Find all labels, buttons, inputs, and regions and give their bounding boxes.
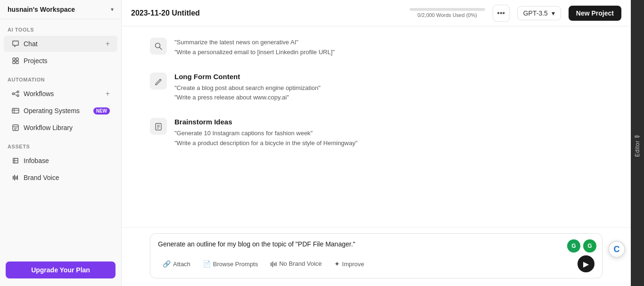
suggestion-brainstorm: Brainstorm Ideas "Generate 10 Instagram … <box>150 118 603 148</box>
brand-voice-label: Brand Voice <box>24 174 110 181</box>
workflows-icon <box>11 90 20 98</box>
search-suggestion-content: "Summarize the latest news on generative… <box>174 38 603 57</box>
words-used-container: 0/2,000 Words Used (0%) <box>410 8 485 18</box>
chat-icon <box>11 40 20 48</box>
svg-line-23 <box>160 48 162 50</box>
svg-line-8 <box>14 94 17 96</box>
svg-rect-21 <box>17 175 18 180</box>
words-progress-bar <box>410 8 485 11</box>
browse-prompts-button[interactable]: 📄 Browse Prompts <box>198 258 263 270</box>
svg-point-5 <box>17 91 19 93</box>
input-icon-group: G G <box>567 239 596 253</box>
sidebar: husnain's Workspace ▾ AI Tools Chat + Pr… <box>0 0 122 286</box>
svg-line-7 <box>14 92 17 94</box>
svg-rect-30 <box>272 261 273 267</box>
workspace-name: husnain's Workspace <box>8 6 75 13</box>
main-content: 2023-11-20 Untitled 0/2,000 Words Used (… <box>122 0 631 286</box>
projects-label: Projects <box>24 57 110 65</box>
brand-voice-button[interactable]: No Brand Voice <box>265 258 326 270</box>
long-form-content: Long Form Content "Create a blog post ab… <box>174 73 603 103</box>
brand-voice-input-icon <box>270 260 277 268</box>
new-project-button[interactable]: New Project <box>569 6 621 21</box>
input-toolbar: 🔗 Attach 📄 Browse Prompts <box>158 255 594 272</box>
sidebar-item-workflow-library[interactable]: Workflow Library <box>4 120 117 136</box>
browse-prompts-icon: 📄 <box>203 260 211 268</box>
svg-rect-12 <box>13 125 18 131</box>
sidebar-item-chat[interactable]: Chat + <box>4 36 117 52</box>
long-form-icon <box>150 73 167 90</box>
no-brand-voice-label: No Brand Voice <box>279 260 322 267</box>
grammarly-check-icon[interactable]: G <box>567 239 580 253</box>
suggestion-long-form: Long Form Content "Create a blog post ab… <box>150 73 603 103</box>
model-chevron-icon: ▾ <box>552 9 555 17</box>
browse-prompts-label: Browse Prompts <box>213 261 258 268</box>
add-chat-icon[interactable]: + <box>106 40 110 48</box>
search-example-2: "Write a personalized email to [insert L… <box>174 48 603 57</box>
svg-rect-20 <box>16 176 17 180</box>
words-used-label: 0/2,000 Words Used (0%) <box>418 12 477 18</box>
new-badge: NEW <box>93 107 110 114</box>
svg-rect-1 <box>16 58 18 60</box>
brainstorm-title: Brainstorm Ideas <box>174 118 603 126</box>
svg-rect-32 <box>276 262 277 266</box>
more-icon: ••• <box>497 9 505 17</box>
svg-rect-9 <box>12 108 19 113</box>
add-workflow-icon[interactable]: + <box>106 90 110 98</box>
attach-label: Attach <box>173 261 190 268</box>
svg-rect-31 <box>274 263 275 266</box>
automation-section-label: Automation <box>0 69 121 85</box>
projects-icon <box>11 57 20 65</box>
ai-tools-section-label: AI Tools <box>0 19 121 35</box>
svg-rect-3 <box>16 61 18 64</box>
search-suggestion-icon <box>150 38 167 55</box>
grammarly-float-icon[interactable]: C <box>608 241 625 258</box>
brand-voice-icon <box>11 173 20 182</box>
input-box: Generate an outline for my blog on the t… <box>150 233 603 278</box>
svg-rect-29 <box>271 262 272 266</box>
svg-rect-19 <box>14 175 15 180</box>
attach-button[interactable]: 🔗 Attach <box>158 258 195 270</box>
long-form-example-1: "Create a blog post about search engine … <box>174 83 603 93</box>
editor-pencil-icon: ✏ <box>635 133 640 140</box>
long-form-example-2: "Write a press release about www.copy.ai… <box>174 93 603 103</box>
svg-line-24 <box>159 79 160 80</box>
long-form-title: Long Form Content <box>174 73 603 81</box>
model-selector[interactable]: GPT-3.5 ▾ <box>517 6 561 20</box>
operating-systems-icon <box>11 106 20 115</box>
chat-label: Chat <box>24 40 102 48</box>
assets-section-label: Assets <box>0 136 121 152</box>
attach-icon: 🔗 <box>163 260 171 268</box>
improve-icon: ✦ <box>334 260 340 268</box>
editor-label: Editor <box>634 140 641 157</box>
sidebar-item-workflows[interactable]: Workflows + <box>4 86 117 102</box>
workflows-label: Workflows <box>24 90 102 98</box>
send-button[interactable]: ▶ <box>578 255 594 272</box>
project-title: 2023-11-20 Untitled <box>131 9 402 17</box>
brainstorm-content: Brainstorm Ideas "Generate 10 Instagram … <box>174 118 603 148</box>
chevron-down-icon: ▾ <box>111 6 114 13</box>
grammarly-g-icon[interactable]: G <box>583 239 596 253</box>
input-area: Generate an outline for my blog on the t… <box>122 227 631 286</box>
brainstorm-example-1: "Generate 10 Instagram captions for fash… <box>174 129 603 139</box>
sidebar-item-operating-systems[interactable]: Operating Systems NEW <box>4 103 117 119</box>
more-options-button[interactable]: ••• <box>493 5 510 22</box>
infobase-label: Infobase <box>24 157 110 164</box>
editor-panel[interactable]: ✏ Editor <box>631 0 644 286</box>
topbar: 2023-11-20 Untitled 0/2,000 Words Used (… <box>122 0 631 26</box>
improve-label: Improve <box>342 261 364 268</box>
svg-rect-18 <box>13 176 14 180</box>
workflow-library-label: Workflow Library <box>24 124 110 131</box>
sidebar-item-infobase[interactable]: Infobase <box>4 153 117 169</box>
sidebar-item-projects[interactable]: Projects <box>4 53 117 69</box>
upgrade-plan-button[interactable]: Upgrade Your Plan <box>6 261 116 278</box>
workspace-header[interactable]: husnain's Workspace ▾ <box>0 0 121 19</box>
chat-input[interactable]: Generate an outline for my blog on the t… <box>158 239 594 251</box>
sidebar-item-brand-voice[interactable]: Brand Voice <box>4 170 117 186</box>
svg-rect-0 <box>13 58 15 60</box>
search-example-1: "Summarize the latest news on generative… <box>174 38 603 48</box>
operating-systems-label: Operating Systems <box>24 107 88 114</box>
brainstorm-example-2: "Write a product description for a bicyc… <box>174 139 603 148</box>
svg-point-4 <box>12 93 14 95</box>
improve-button[interactable]: ✦ Improve <box>330 258 369 270</box>
svg-rect-2 <box>13 61 15 64</box>
